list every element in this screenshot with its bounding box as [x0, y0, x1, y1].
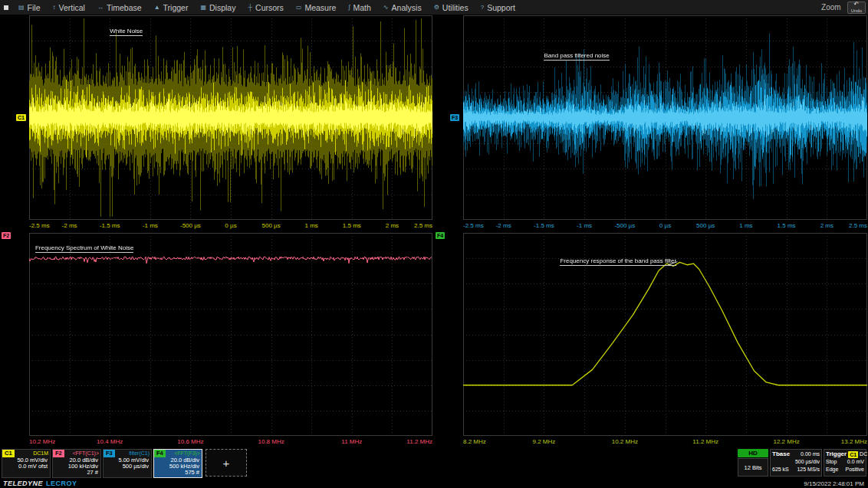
undo-button[interactable]: ↶ Undo	[847, 2, 866, 14]
menu-item-label: Math	[353, 3, 371, 12]
x-tick-label: 2 ms	[820, 222, 833, 229]
add-trace-button[interactable]: +	[205, 449, 247, 477]
menu-item-vertical[interactable]: ↕Vertical	[46, 0, 90, 15]
channel-badge-f3[interactable]: F3	[450, 114, 459, 121]
descriptor-row: 500 µs/div	[104, 463, 151, 470]
undo-label: Undo	[851, 8, 862, 13]
x-tick-label: 10.8 MHz	[258, 438, 284, 445]
menu-items: ▤File↕Vertical↔Timebase▲Trigger▦Display┼…	[12, 0, 521, 15]
x-tick-label: -2.5 ms	[29, 222, 50, 229]
hd-badge: HD	[738, 449, 768, 457]
channel-badge-f2[interactable]: F2	[2, 232, 11, 239]
menu-item-timebase[interactable]: ↔Timebase	[91, 0, 148, 15]
hd-bits: 12 Bits	[738, 458, 768, 477]
x-tick-label: -1 ms	[577, 222, 592, 229]
trigger-summary[interactable]: Trigger C1 DC Stop 0.0 mV Edge Positive	[824, 449, 866, 477]
menu-item-label: Measure	[304, 3, 336, 12]
menu-item-math[interactable]: ∫Math	[342, 0, 377, 15]
channel-badge-c1[interactable]: C1	[16, 114, 26, 121]
zoom-button[interactable]: Zoom	[821, 3, 841, 11]
x-tick-label: 11 MHz	[341, 438, 362, 445]
descriptor-bar: C1DC1M50.0 mV/div0.0 mV ofstF2<FFT(C1)>2…	[0, 448, 868, 479]
panel-bandpass-frequency-response: -39.3 dBm-59.3 dBm-79.3 dBm-99.3 dBm-119…	[434, 232, 868, 448]
utilities-icon: ⚙	[434, 4, 439, 11]
tbase-position: 0.00 ms	[801, 450, 820, 458]
menu-item-file[interactable]: ▤File	[12, 0, 46, 15]
status-cluster: HD 12 Bits Tbase 0.00 ms 500 µs/div 625 …	[738, 449, 868, 477]
x-tick-label: 0 µs	[659, 222, 671, 229]
x-tick-label: -500 µs	[614, 222, 635, 229]
x-tick-label: 10.2 MHz	[612, 438, 638, 445]
panel-white-noise-spectrum: -50 dBm-70 dBm-90 dBm-110 dBm-130 dBm-15…	[0, 232, 433, 448]
math-icon: ∫	[348, 4, 350, 11]
trigger-source: C1	[848, 451, 858, 458]
timebase-summary[interactable]: Tbase 0.00 ms 500 µs/div 625 kS 125 MS/s	[770, 449, 822, 477]
app-icon	[4, 5, 8, 10]
menu-item-support[interactable]: ?Support	[475, 0, 521, 15]
menu-item-utilities[interactable]: ⚙Utilities	[428, 0, 475, 15]
menu-item-label: Cursors	[255, 3, 284, 12]
x-tick-label: 1.5 ms	[343, 222, 361, 229]
x-tick-label: -1 ms	[143, 222, 158, 229]
descriptor-c1[interactable]: C1DC1M50.0 mV/div0.0 mV ofst	[2, 449, 51, 478]
x-tick-label: 10.2 MHz	[29, 438, 55, 445]
x-tick-label: -2 ms	[496, 222, 511, 229]
teledyne-lecroy-logo: TELEDYNE LECROY	[0, 480, 77, 487]
x-tick-label: 9.2 MHz	[532, 438, 555, 445]
annotation-label: Frequency response of the band pass filt…	[560, 257, 676, 266]
menu-bar: ▤File↕Vertical↔Timebase▲Trigger▦Display┼…	[0, 0, 868, 15]
trigger-mode: Stop	[826, 458, 837, 466]
trigger-coupling: DC	[860, 450, 867, 458]
x-tick-label: 500 µs	[262, 222, 281, 229]
x-tick-label: -2 ms	[62, 222, 77, 229]
cursors-icon: ┼	[248, 4, 252, 11]
support-icon: ?	[481, 4, 484, 11]
x-tick-label: 1.5 ms	[778, 222, 796, 229]
descriptor-f3[interactable]: F3filter(C1)5.00 mV/div500 µs/div	[103, 449, 152, 478]
oscilloscope-app: ▤File↕Vertical↔Timebase▲Trigger▦Display┼…	[0, 0, 868, 488]
panel-bandpass-filtered-noise: 20.01 mV15.01 mV10.01 mV5.01 mV-4.99 mV-…	[434, 15, 868, 232]
status-footer: TELEDYNE LECROY 9/15/2022 2:48:01 PM	[0, 479, 868, 488]
menu-item-analysis[interactable]: ∿Analysis	[377, 0, 428, 15]
menu-item-label: Trigger	[163, 3, 189, 12]
tbase-scale: 500 µs/div	[795, 458, 820, 466]
x-tick-label: 12.2 MHz	[773, 438, 799, 445]
undo-icon: ↶	[853, 2, 859, 8]
descriptor-f4[interactable]: F4<FFT(F3)>20.0 dB/div500 kHz/div575 #	[153, 449, 202, 478]
tbase-label: Tbase	[772, 450, 790, 458]
x-tick-label: 2.5 ms	[414, 222, 432, 229]
descriptor-f2[interactable]: F2<FFT(C1)>20.0 dB/div100 kHz/div27 #	[52, 449, 101, 478]
channel-badge-f4[interactable]: F4	[436, 232, 445, 239]
annotation-label: Band pass filtered noise	[544, 52, 609, 61]
x-axis: -2.5 ms-2 ms-1.5 ms-1 ms-500 µs0 µs500 µ…	[29, 221, 432, 231]
menu-item-label: Timebase	[107, 3, 142, 12]
display-icon: ▦	[200, 4, 206, 11]
hd-status[interactable]: HD 12 Bits	[738, 449, 768, 477]
menu-item-measure[interactable]: ▭Measure	[290, 0, 342, 15]
x-tick-label: -500 µs	[180, 222, 201, 229]
panel-white-noise: 200 mV150 mV100 mV50 mV0 mV-50 mV-100 mV…	[0, 15, 433, 232]
trigger-slope: Positive	[845, 466, 864, 473]
file-icon: ▤	[18, 4, 25, 11]
tbase-rate: 125 MS/s	[797, 466, 820, 473]
analysis-icon: ∿	[383, 4, 389, 11]
white-noise-spectrum-trace[interactable]	[29, 233, 432, 436]
menu-item-display[interactable]: ▦Display	[194, 0, 242, 15]
menu-item-cursors[interactable]: ┼Cursors	[242, 0, 289, 15]
x-tick-label: 500 µs	[696, 222, 715, 229]
bandpass-filtered-noise-trace[interactable]	[463, 15, 867, 220]
tbase-samples: 625 kS	[772, 466, 789, 473]
menu-item-label: Display	[209, 3, 235, 12]
x-tick-label: 10.4 MHz	[97, 438, 123, 445]
menu-item-label: File	[28, 3, 41, 12]
waveform-grid: 200 mV150 mV100 mV50 mV0 mV-50 mV-100 mV…	[0, 15, 868, 448]
white-noise-trace[interactable]	[29, 15, 432, 220]
menu-item-trigger[interactable]: ▲Trigger	[148, 0, 195, 15]
descriptor-row: 0.0 mV ofst	[2, 463, 50, 470]
channel-id: F4	[154, 450, 166, 457]
x-tick-label: -1.5 ms	[534, 222, 554, 229]
menu-item-label: Vertical	[58, 3, 84, 12]
x-tick-label: 1 ms	[739, 222, 752, 229]
x-axis: 10.2 MHz10.4 MHz10.6 MHz10.8 MHz11 MHz11…	[29, 437, 432, 447]
x-tick-label: 0 µs	[225, 222, 236, 229]
